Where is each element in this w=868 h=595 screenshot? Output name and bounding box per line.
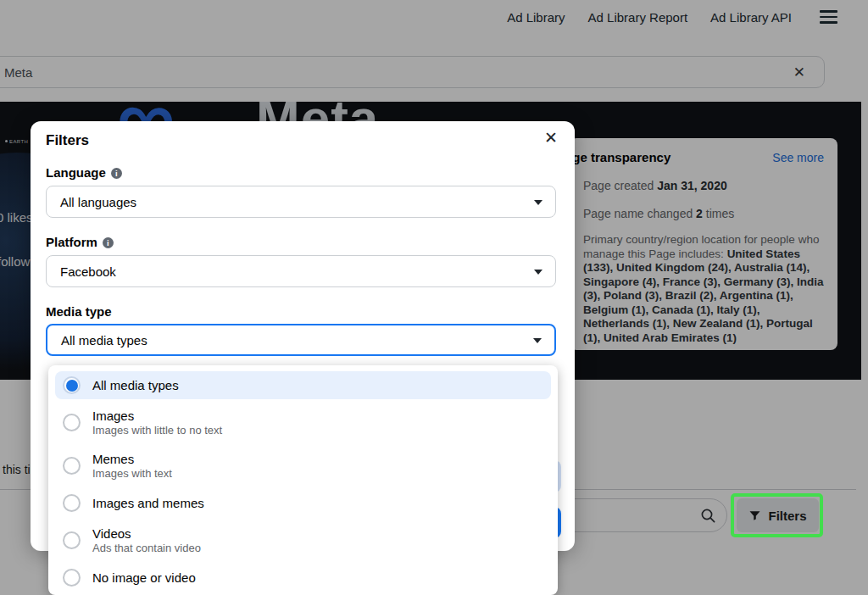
platform-select-value: Facebook xyxy=(60,264,116,279)
option-label: Images xyxy=(92,408,222,424)
radio-icon[interactable] xyxy=(63,531,81,549)
close-icon[interactable]: ✕ xyxy=(544,130,558,146)
ad-library-screen: Ad Library Ad Library Report Ad Library … xyxy=(0,0,868,595)
option-description: Images with text xyxy=(92,467,172,481)
language-label-text: Language xyxy=(46,165,106,180)
language-select-value: All languages xyxy=(60,195,136,209)
option-images-and-memes[interactable]: Images and memes xyxy=(55,489,551,517)
radio-icon[interactable] xyxy=(63,414,81,431)
chevron-down-icon xyxy=(534,270,542,275)
radio-icon[interactable] xyxy=(63,569,81,587)
option-images[interactable]: Images Images with little to no text xyxy=(55,403,551,442)
radio-icon[interactable] xyxy=(63,457,81,475)
filters-modal-title: Filters xyxy=(46,132,89,149)
option-memes[interactable]: Memes Images with text xyxy=(55,446,551,486)
info-icon[interactable]: i xyxy=(103,237,114,248)
info-icon[interactable]: i xyxy=(111,168,122,179)
option-label: Videos xyxy=(92,525,201,542)
language-label: Languagei xyxy=(46,165,122,180)
option-videos[interactable]: Videos Ads that contain video xyxy=(55,520,551,560)
radio-icon[interactable] xyxy=(63,494,81,512)
option-label: Memes xyxy=(92,451,172,467)
radio-selected-icon[interactable] xyxy=(63,376,81,394)
platform-label: Platformi xyxy=(46,235,114,249)
option-description: Images with little to no text xyxy=(92,424,222,437)
option-label: No image or video xyxy=(92,570,196,586)
media-type-select-value: All media types xyxy=(61,333,147,348)
chevron-down-icon xyxy=(534,200,542,205)
chevron-down-icon xyxy=(533,338,542,343)
option-label: All media types xyxy=(92,377,179,393)
media-type-label: Media type xyxy=(46,304,112,319)
media-type-select[interactable]: All media types xyxy=(46,324,556,356)
language-select[interactable]: All languages xyxy=(46,186,556,218)
media-type-label-text: Media type xyxy=(46,304,112,319)
media-type-dropdown: All media types Images Images with littl… xyxy=(48,365,558,595)
option-label: Images and memes xyxy=(92,495,204,511)
option-no-image-or-video[interactable]: No image or video xyxy=(55,564,551,592)
platform-label-text: Platform xyxy=(46,235,97,249)
platform-select[interactable]: Facebook xyxy=(46,255,556,287)
option-description: Ads that contain video xyxy=(92,542,201,555)
option-all-media-types[interactable]: All media types xyxy=(55,371,551,399)
